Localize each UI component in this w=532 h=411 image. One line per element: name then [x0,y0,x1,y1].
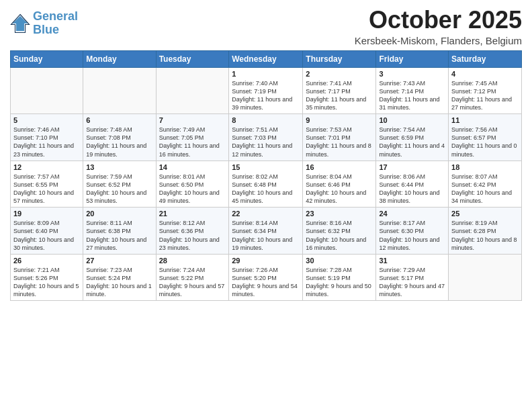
day-header-wednesday: Wednesday [229,50,303,67]
day-number: 28 [159,257,226,265]
cell-content: Sunrise: 7:56 AM Sunset: 6:57 PM Dayligh… [451,126,519,158]
week-row-1: 1Sunrise: 7:40 AM Sunset: 7:19 PM Daylig… [11,67,522,114]
day-number: 12 [13,163,80,171]
day-header-friday: Friday [376,50,449,67]
cell-content: Sunrise: 8:04 AM Sunset: 6:46 PM Dayligh… [306,173,373,205]
day-number: 13 [86,163,152,171]
logo: General Blue [10,10,78,37]
day-number: 8 [232,116,300,124]
cell-content: Sunrise: 8:09 AM Sunset: 6:40 PM Dayligh… [13,219,80,252]
calendar-table: SundayMondayTuesdayWednesdayThursdayFrid… [10,50,522,302]
day-header-thursday: Thursday [303,50,376,67]
logo-text: General Blue [33,10,78,37]
calendar-cell: 24Sunrise: 8:17 AM Sunset: 6:30 PM Dayli… [376,208,449,255]
calendar-cell: 15Sunrise: 8:02 AM Sunset: 6:48 PM Dayli… [229,161,303,208]
calendar-cell: 30Sunrise: 7:28 AM Sunset: 5:19 PM Dayli… [303,254,376,301]
cell-content: Sunrise: 8:16 AM Sunset: 6:32 PM Dayligh… [306,219,373,252]
calendar-cell [156,67,229,114]
logo-blue: Blue [33,23,59,36]
cell-content: Sunrise: 7:26 AM Sunset: 5:20 PM Dayligh… [232,266,300,299]
cell-content: Sunrise: 8:07 AM Sunset: 6:42 PM Dayligh… [451,173,519,205]
calendar-cell: 20Sunrise: 8:11 AM Sunset: 6:38 PM Dayli… [83,208,156,255]
calendar-cell: 6Sunrise: 7:48 AM Sunset: 7:08 PM Daylig… [83,114,156,161]
cell-content: Sunrise: 8:06 AM Sunset: 6:44 PM Dayligh… [379,173,445,205]
day-number: 17 [379,163,445,171]
day-header-saturday: Saturday [449,50,522,67]
day-number: 31 [379,257,445,265]
cell-content: Sunrise: 7:54 AM Sunset: 6:59 PM Dayligh… [379,126,445,158]
day-number: 25 [451,210,519,218]
day-number: 27 [86,257,152,265]
calendar-cell: 19Sunrise: 8:09 AM Sunset: 6:40 PM Dayli… [11,208,83,255]
calendar-cell: 18Sunrise: 8:07 AM Sunset: 6:42 PM Dayli… [449,161,522,208]
day-number: 19 [13,210,80,218]
day-header-monday: Monday [83,50,156,67]
calendar-cell [449,254,522,301]
day-number: 24 [379,210,445,218]
day-number: 14 [159,163,226,171]
calendar-cell [11,67,83,114]
calendar-cell: 21Sunrise: 8:12 AM Sunset: 6:36 PM Dayli… [156,208,229,255]
day-number: 1 [232,70,300,78]
day-number: 7 [159,116,226,124]
calendar-cell: 14Sunrise: 8:01 AM Sunset: 6:50 PM Dayli… [156,161,229,208]
calendar-cell: 8Sunrise: 7:51 AM Sunset: 7:03 PM Daylig… [229,114,303,161]
cell-content: Sunrise: 7:45 AM Sunset: 7:12 PM Dayligh… [451,79,519,112]
calendar-cell: 11Sunrise: 7:56 AM Sunset: 6:57 PM Dayli… [449,114,522,161]
cell-content: Sunrise: 8:12 AM Sunset: 6:36 PM Dayligh… [159,219,226,252]
day-header-tuesday: Tuesday [156,50,229,67]
cell-content: Sunrise: 7:53 AM Sunset: 7:01 PM Dayligh… [306,126,373,158]
calendar-cell: 25Sunrise: 8:19 AM Sunset: 6:28 PM Dayli… [449,208,522,255]
day-number: 30 [306,257,373,265]
calendar-cell: 5Sunrise: 7:46 AM Sunset: 7:10 PM Daylig… [11,114,83,161]
calendar-cell: 4Sunrise: 7:45 AM Sunset: 7:12 PM Daylig… [449,67,522,114]
cell-content: Sunrise: 7:29 AM Sunset: 5:17 PM Dayligh… [379,266,445,299]
day-number: 15 [232,163,300,171]
title-block: October 2025 Kersbeek-Miskom, Flanders, … [355,7,522,46]
cell-content: Sunrise: 7:59 AM Sunset: 6:52 PM Dayligh… [86,173,152,205]
calendar-body: 1Sunrise: 7:40 AM Sunset: 7:19 PM Daylig… [11,67,522,301]
calendar-cell: 31Sunrise: 7:29 AM Sunset: 5:17 PM Dayli… [376,254,449,301]
day-number: 5 [13,116,80,124]
calendar-cell: 28Sunrise: 7:24 AM Sunset: 5:22 PM Dayli… [156,254,229,301]
calendar-cell: 27Sunrise: 7:23 AM Sunset: 5:24 PM Dayli… [83,254,156,301]
calendar-cell: 2Sunrise: 7:41 AM Sunset: 7:17 PM Daylig… [303,67,376,114]
month-title: October 2025 [355,7,522,34]
cell-content: Sunrise: 7:48 AM Sunset: 7:08 PM Dayligh… [86,126,152,158]
calendar-cell: 13Sunrise: 7:59 AM Sunset: 6:52 PM Dayli… [83,161,156,208]
location-subtitle: Kersbeek-Miskom, Flanders, Belgium [355,35,522,46]
cell-content: Sunrise: 7:21 AM Sunset: 5:26 PM Dayligh… [13,266,80,299]
day-number: 6 [86,116,152,124]
calendar-cell: 3Sunrise: 7:43 AM Sunset: 7:14 PM Daylig… [376,67,449,114]
calendar-cell: 29Sunrise: 7:26 AM Sunset: 5:20 PM Dayli… [229,254,303,301]
day-number: 3 [379,70,445,78]
week-row-4: 19Sunrise: 8:09 AM Sunset: 6:40 PM Dayli… [11,208,522,255]
calendar-cell: 1Sunrise: 7:40 AM Sunset: 7:19 PM Daylig… [229,67,303,114]
cell-content: Sunrise: 7:51 AM Sunset: 7:03 PM Dayligh… [232,126,300,158]
main-container: General Blue October 2025 Kersbeek-Misko… [0,0,532,308]
cell-content: Sunrise: 8:14 AM Sunset: 6:34 PM Dayligh… [232,219,300,252]
calendar-cell: 16Sunrise: 8:04 AM Sunset: 6:46 PM Dayli… [303,161,376,208]
cell-content: Sunrise: 8:01 AM Sunset: 6:50 PM Dayligh… [159,173,226,205]
calendar-cell: 9Sunrise: 7:53 AM Sunset: 7:01 PM Daylig… [303,114,376,161]
cell-content: Sunrise: 7:57 AM Sunset: 6:55 PM Dayligh… [13,173,80,205]
cell-content: Sunrise: 7:23 AM Sunset: 5:24 PM Dayligh… [86,266,152,299]
day-number: 4 [451,70,519,78]
day-number: 26 [13,257,80,265]
day-number: 20 [86,210,152,218]
day-number: 18 [451,163,519,171]
cell-content: Sunrise: 8:02 AM Sunset: 6:48 PM Dayligh… [232,173,300,205]
day-number: 22 [232,210,300,218]
calendar-cell: 7Sunrise: 7:49 AM Sunset: 7:05 PM Daylig… [156,114,229,161]
cell-content: Sunrise: 7:24 AM Sunset: 5:22 PM Dayligh… [159,266,226,299]
cell-content: Sunrise: 8:19 AM Sunset: 6:28 PM Dayligh… [451,219,519,252]
calendar-cell: 26Sunrise: 7:21 AM Sunset: 5:26 PM Dayli… [11,254,83,301]
cell-content: Sunrise: 8:11 AM Sunset: 6:38 PM Dayligh… [86,219,152,252]
calendar-header: SundayMondayTuesdayWednesdayThursdayFrid… [11,50,522,67]
calendar-cell: 12Sunrise: 7:57 AM Sunset: 6:55 PM Dayli… [11,161,83,208]
day-number: 11 [451,116,519,124]
day-header-sunday: Sunday [11,50,83,67]
calendar-cell: 17Sunrise: 8:06 AM Sunset: 6:44 PM Dayli… [376,161,449,208]
logo-icon [10,13,30,34]
cell-content: Sunrise: 7:49 AM Sunset: 7:05 PM Dayligh… [159,126,226,158]
